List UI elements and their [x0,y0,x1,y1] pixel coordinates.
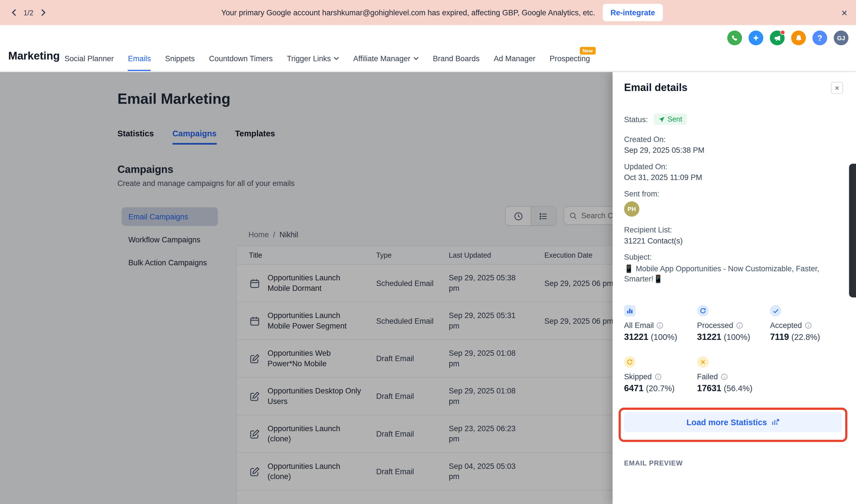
email-preview-label: EMAIL PREVIEW [624,460,843,467]
stat-label: All Email [624,321,654,330]
red-highlight-annotation: Load more Statistics [618,408,848,442]
stat-label: Processed [697,321,733,330]
load-more-statistics-button[interactable]: Load more Statistics [624,412,842,432]
nav-item-trigger-links[interactable]: Trigger Links [287,54,339,71]
nav-item-prospecting[interactable]: Prospecting New [550,54,590,71]
nav-item-ad-manager[interactable]: Ad Manager [494,54,536,71]
panel-title: Email details [624,82,687,94]
stat-percent: (56.4%) [724,383,752,393]
recipient-list-value: 31221 Contact(s) [624,236,843,245]
recipient-list-label: Recipient List: [624,226,843,234]
stat-percent: (100%) [724,332,750,342]
alert-banner: 1/2 Your primary Google account harshkum… [0,0,856,25]
info-icon[interactable] [721,373,728,380]
app-window: 1/2 Your primary Google account harshkum… [0,0,856,504]
sender-avatar[interactable]: PH [624,201,639,217]
nav-item-social-planner[interactable]: Social Planner [64,54,114,71]
created-on-value: Sep 29, 2025 05:38 PM [624,146,843,155]
info-icon[interactable] [736,322,743,329]
notification-dot [780,30,785,35]
stat-label: Failed [697,372,718,381]
refresh-icon [697,305,709,316]
chevron-right-icon[interactable] [38,8,48,18]
stat-value: 7119 [770,332,789,342]
x-icon [697,356,709,368]
info-icon[interactable] [654,373,661,380]
subject-label: Subject: [624,253,843,262]
refresh-icon [624,356,635,368]
banner-page-indicator: 1/2 [23,8,33,17]
stat-value: 31221 [697,332,721,342]
email-stats-grid: All Email 31221 (100%) Processed 31221 (… [624,305,843,393]
nav-item-brand-boards[interactable]: Brand Boards [433,54,479,71]
chevron-down-icon [334,57,339,60]
nav-item-snippets[interactable]: Snippets [165,54,195,71]
stat-value: 6471 [624,383,644,393]
stat-all-email: All Email 31221 (100%) [624,305,697,342]
stat-label: Accepted [770,321,802,330]
stat-percent: (22.8%) [791,332,820,342]
close-icon[interactable]: × [831,82,843,94]
help-icon[interactable]: ? [812,31,827,46]
new-badge: New [580,47,595,55]
page: 1/2 Your primary Google account harshkum… [0,0,856,504]
stat-percent: (100%) [651,332,677,342]
chevron-left-icon[interactable] [9,8,19,18]
send-icon [658,116,665,123]
bar-chart-icon [624,305,635,316]
chevron-down-icon [413,57,419,60]
phone-icon[interactable] [727,31,742,46]
avatar[interactable]: GJ [834,31,848,46]
subject-value: 📱 Mobile App Opportunities - Now Customi… [624,264,832,284]
megaphone-icon[interactable] [770,31,785,46]
sent-from-label: Sent from: [624,190,843,198]
info-icon[interactable] [805,322,812,329]
reintegrate-button[interactable]: Re-integrate [603,4,663,21]
nav-item-affiliate-manager[interactable]: Affiliate Manager [353,54,419,71]
stat-value: 31221 [624,332,648,342]
stat-failed: Failed 17631 (56.4%) [697,356,770,393]
banner-pagination: 1/2 [9,8,48,18]
updated-on-label: Updated On: [624,162,843,171]
header-icon-row: ? GJ [727,31,848,46]
stat-accepted: Accepted 7119 (22.8%) [770,305,843,342]
stat-skipped: Skipped 6471 (20.7%) [624,356,697,393]
status-label: Status: [624,115,648,124]
check-icon [770,305,781,316]
stat-processed: Processed 31221 (100%) [697,305,770,342]
stat-value: 17631 [697,383,721,393]
updated-on-value: Oct 31, 2025 11:09 PM [624,173,843,182]
bell-icon[interactable] [791,31,806,46]
banner-message: Your primary Google account harshkumar@g… [221,8,595,17]
banner-close-icon[interactable]: × [841,7,847,18]
nav-item-countdown-timers[interactable]: Countdown Timers [209,54,273,71]
main-nav: Social Planner Emails Snippets Countdown… [64,54,590,71]
scrollbar-thumb[interactable] [849,164,856,298]
ai-sparkle-icon[interactable] [749,31,763,46]
email-details-panel: Email details × Status: Sent Created On:… [613,72,856,504]
created-on-label: Created On: [624,134,843,143]
status-badge: Sent [653,113,687,125]
info-icon[interactable] [657,322,664,329]
top-navigation-bar: Marketing Social Planner Emails Snippets… [0,25,856,72]
page-title: Marketing [8,50,60,62]
stat-label: Skipped [624,372,651,381]
nav-item-emails[interactable]: Emails [128,54,151,71]
stat-percent: (20.7%) [646,383,675,393]
chart-up-icon [771,418,780,426]
